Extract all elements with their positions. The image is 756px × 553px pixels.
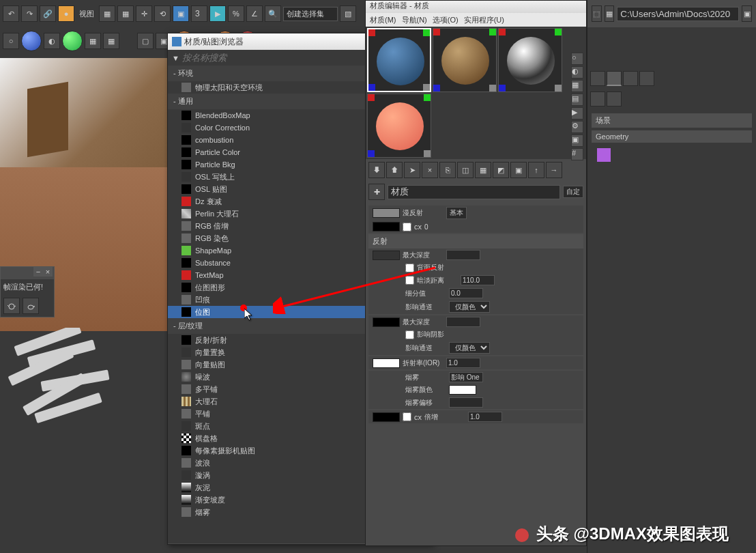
tool-zoom[interactable]: 🔍 <box>265 5 281 22</box>
tool-percent[interactable]: % <box>228 5 244 22</box>
tab-modify[interactable] <box>607 71 622 86</box>
menu-material[interactable]: 材质(M) <box>370 15 396 25</box>
subtab-2[interactable] <box>607 91 622 107</box>
pick-material-icon[interactable]: ✚ <box>368 184 385 200</box>
diffuse-type[interactable]: 基本 <box>446 207 467 219</box>
material-type-button[interactable]: 自定 <box>563 186 583 198</box>
make-copy-icon[interactable]: ⎘ <box>439 162 456 178</box>
refr-exit-checkbox[interactable] <box>405 330 414 339</box>
tool-grid2[interactable]: ▦ <box>117 5 134 22</box>
tool-snap[interactable]: ▶ <box>209 5 226 22</box>
right-tool-3[interactable]: ▣ <box>742 5 752 22</box>
tool-mirror[interactable]: ▧ <box>340 5 356 22</box>
backface-checkbox[interactable] <box>405 264 414 272</box>
refr-channel-dropdown[interactable]: 仅颜色 <box>449 342 490 354</box>
preset-sphere-blue[interactable] <box>21 31 42 51</box>
mat-editor-titlebar[interactable]: 材质编辑器 - 材质 <box>366 1 586 13</box>
tool-redo[interactable]: ↷ <box>21 5 38 22</box>
reset-material-icon[interactable]: × <box>422 162 438 178</box>
assign-material-icon[interactable]: ➤ <box>404 162 420 178</box>
tool-grid1[interactable]: ▦ <box>99 5 115 22</box>
dim-checkbox[interactable] <box>405 276 414 285</box>
fog-bias-spinner[interactable] <box>449 397 483 408</box>
put-to-lib-icon[interactable]: ▦ <box>475 162 491 178</box>
quick-tool-1[interactable]: ○ <box>3 33 19 49</box>
side-select-icon[interactable]: ▣ <box>571 134 583 147</box>
fog-color-swatch[interactable] <box>449 385 476 395</box>
fog-spinner[interactable] <box>449 372 483 382</box>
quick-tool-grid[interactable]: ▦ <box>85 33 101 49</box>
dim-spinner[interactable] <box>461 275 495 285</box>
search-expand-icon[interactable]: ▼ <box>172 54 179 62</box>
watermark-text: 头条 @3DMAX效果图表现 <box>536 524 729 543</box>
refr-max-spinner[interactable] <box>446 317 480 327</box>
teapot-icon[interactable] <box>3 298 20 314</box>
quick-tool-2[interactable]: ◐ <box>44 33 60 49</box>
abbe-checkbox[interactable] <box>403 412 411 421</box>
roughness-checkbox[interactable] <box>403 223 411 231</box>
tool-undo[interactable]: ↶ <box>3 5 19 22</box>
material-slot-2[interactable] <box>433 28 497 92</box>
tool-scale-num[interactable]: 3 <box>191 5 207 22</box>
mult-spinner[interactable] <box>468 412 502 422</box>
quick-tool-box[interactable]: ▢ <box>137 33 154 49</box>
refract-swatch[interactable] <box>373 317 400 327</box>
right-tool-1[interactable]: ⬚ <box>592 5 602 22</box>
max-depth-spinner[interactable] <box>446 250 480 260</box>
refl-channel-dropdown[interactable]: 仅颜色 <box>449 301 490 313</box>
right-top-bar: ⬚ ▦ ▣ <box>587 0 756 27</box>
menu-utilities[interactable]: 实用程序(U) <box>464 15 504 25</box>
roughness-swatch[interactable] <box>373 222 400 231</box>
tool-sphere[interactable]: ● <box>58 5 74 22</box>
preset-sphere-green[interactable] <box>62 31 83 51</box>
material-slot-3[interactable] <box>498 28 562 92</box>
get-material-icon[interactable]: 🡇 <box>368 162 385 178</box>
panel-close-icon[interactable]: × <box>43 267 53 276</box>
tab-create[interactable] <box>590 71 605 86</box>
material-slot-1[interactable] <box>367 28 431 92</box>
quick-tool-grid2[interactable]: ▦ <box>103 33 119 49</box>
reflect-header[interactable]: 反射 <box>368 234 583 249</box>
side-backlight-icon[interactable]: ◐ <box>571 66 583 79</box>
put-material-icon[interactable]: 🡅 <box>386 162 403 178</box>
abbe-swatch[interactable] <box>373 412 400 422</box>
selection-set-dropdown[interactable]: 创建选择集 <box>283 7 338 21</box>
side-bg-icon[interactable]: ▦ <box>571 80 583 92</box>
object-color-swatch[interactable] <box>597 148 611 162</box>
panel-minimize-icon[interactable]: − <box>33 267 43 276</box>
tool-link[interactable]: 🔗 <box>40 5 56 22</box>
side-video-icon[interactable]: ▶ <box>571 107 583 119</box>
ior-swatch[interactable] <box>373 358 400 368</box>
tool-move[interactable]: ✛ <box>136 5 152 22</box>
tab-hierarchy[interactable] <box>623 71 638 86</box>
reflect-swatch[interactable] <box>373 251 400 260</box>
show-map-icon[interactable]: ◩ <box>493 162 509 178</box>
go-forward-icon[interactable]: → <box>546 162 562 178</box>
side-matid-icon[interactable]: # <box>571 148 583 160</box>
subtab-1[interactable] <box>590 91 605 107</box>
render-status-text: 帧渲染已何! <box>3 282 51 292</box>
sub-spinner[interactable] <box>449 288 483 298</box>
ior-spinner[interactable] <box>446 358 480 368</box>
show-end-icon[interactable]: ▣ <box>510 162 527 178</box>
tab-motion[interactable] <box>639 71 654 86</box>
geometry-header[interactable]: Geometry <box>592 130 752 143</box>
menu-options[interactable]: 选项(O) <box>433 15 459 25</box>
kettle-icon[interactable] <box>23 298 39 314</box>
right-tool-2[interactable]: ▦ <box>605 5 615 22</box>
make-unique-icon[interactable]: ◫ <box>457 162 474 178</box>
side-uv-icon[interactable]: ▤ <box>571 94 583 106</box>
diffuse-swatch[interactable] <box>373 208 400 218</box>
side-options-icon[interactable]: ⚙ <box>571 121 583 133</box>
go-parent-icon[interactable]: ↑ <box>528 162 544 178</box>
tool-angle[interactable]: ∠ <box>246 5 263 22</box>
menu-navigate[interactable]: 导航(N) <box>402 15 427 25</box>
mat-preview-sphere <box>507 37 555 85</box>
tool-rotate[interactable]: ⟲ <box>154 5 171 22</box>
path-input[interactable] <box>617 7 739 21</box>
side-sample-icon[interactable]: ○ <box>571 53 583 65</box>
material-name-input[interactable] <box>388 185 560 199</box>
material-slot-4[interactable] <box>367 94 431 158</box>
scene-header[interactable]: 场景 <box>592 113 752 128</box>
tool-select[interactable]: ▣ <box>173 5 189 22</box>
